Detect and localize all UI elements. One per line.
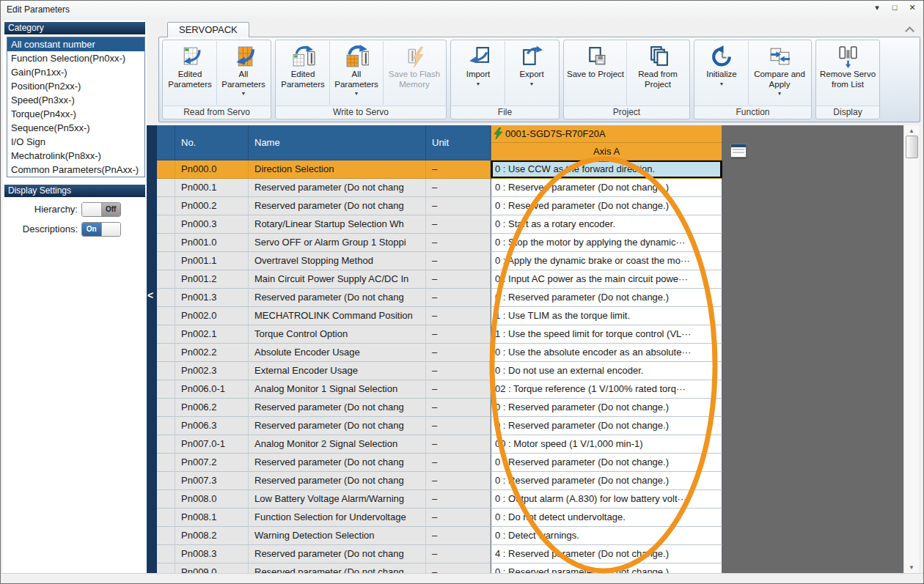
param-value-cell[interactable]: 0 : Reserved parameter (Do not change.)	[491, 179, 722, 197]
tab-servopack[interactable]: SERVOPACK	[167, 22, 249, 37]
param-unit-cell[interactable]: –	[426, 527, 491, 545]
window-menu-icon[interactable]: ▾	[872, 3, 882, 12]
param-name-cell[interactable]: Reserved parameter (Do not chang	[249, 563, 426, 574]
all-parameters-button[interactable]: All Parameters▼	[217, 41, 270, 105]
param-value-cell[interactable]: 0 : Input AC power as the main circuit p…	[491, 270, 722, 289]
row-header-cell[interactable]	[157, 289, 175, 307]
param-value-cell[interactable]: 0 : Use CCW as the forward direction.	[491, 160, 722, 179]
param-value-cell[interactable]: 0 : Detect warnings.	[491, 527, 722, 545]
row-header-cell[interactable]	[157, 527, 175, 545]
row-header-cell[interactable]	[157, 234, 175, 252]
category-item-torque-pn4xx[interactable]: Torque(Pn4xx-)	[7, 107, 144, 121]
param-value-cell[interactable]: 0 : Reserved parameter (Do not change.)	[491, 472, 722, 490]
row-header-cell[interactable]	[157, 197, 175, 215]
category-item-function-selection-pn0xx[interactable]: Function Selection(Pn0xx-)	[7, 51, 144, 65]
param-name-cell[interactable]: Analog Monitor 2 Signal Selection	[249, 435, 426, 454]
param-no-cell[interactable]: Pn009.0	[175, 563, 249, 574]
category-item-sequence-pn5xx[interactable]: Sequence(Pn5xx-)	[7, 121, 144, 135]
param-no-cell[interactable]: Pn001.2	[175, 270, 249, 289]
export-button[interactable]: Export▼	[505, 41, 558, 105]
axis-column-header[interactable]: 0001-SGD7S-R70F20A Axis A	[491, 125, 722, 160]
compare-and-apply-button[interactable]: Compare and Apply▼	[749, 41, 810, 105]
param-no-cell[interactable]: Pn006.0-1	[175, 380, 249, 399]
param-no-cell[interactable]: Pn002.3	[175, 362, 249, 380]
row-header-cell[interactable]	[157, 362, 175, 380]
row-header-cell[interactable]	[157, 270, 175, 289]
param-value-cell[interactable]: 0 : Reserved parameter (Do not change.)	[491, 417, 722, 435]
category-item-gain-pn1xx[interactable]: Gain(Pn1xx-)	[7, 65, 144, 79]
row-header-cell[interactable]	[157, 490, 175, 509]
param-name-cell[interactable]: Reserved parameter (Do not chang	[249, 399, 426, 417]
save-to-project-button[interactable]: Save to Project	[565, 41, 627, 105]
param-unit-cell[interactable]: –	[426, 160, 491, 179]
param-unit-cell[interactable]: –	[426, 490, 491, 509]
dropdown-caret-icon[interactable]: ▼	[241, 91, 246, 96]
descriptions-toggle[interactable]: On	[81, 222, 121, 237]
param-name-cell[interactable]: Direction Selection	[249, 160, 426, 179]
param-unit-cell[interactable]: –	[426, 435, 491, 454]
param-unit-cell[interactable]: –	[426, 325, 491, 344]
param-value-cell[interactable]: 0 : Reserved parameter (Do not change.)	[491, 399, 722, 417]
param-unit-cell[interactable]: –	[426, 197, 491, 215]
param-no-cell[interactable]: Pn001.0	[175, 234, 249, 252]
dropdown-caret-icon[interactable]: ▼	[354, 91, 359, 96]
param-value-cell[interactable]: 0 : Do not use an external encoder.	[491, 362, 722, 380]
row-header-cell[interactable]	[157, 435, 175, 454]
param-unit-cell[interactable]: –	[426, 307, 491, 325]
edited-parameters-button[interactable]: Edited Parameters	[164, 41, 217, 105]
param-unit-cell[interactable]: –	[426, 563, 491, 574]
edited-parameters-button[interactable]: Edited Parameters	[276, 41, 330, 105]
param-value-cell[interactable]: 0 : Reserved parameter (Do not change.)	[491, 454, 722, 472]
param-value-cell[interactable]: 0 : Reserved parameter (Do not change.)	[491, 289, 722, 307]
param-value-cell[interactable]: 0 : Start as a rotary encoder.	[491, 215, 722, 234]
param-name-cell[interactable]: Torque Control Option	[249, 325, 426, 344]
read-from-project-button[interactable]: Read from Project	[627, 41, 689, 105]
param-unit-cell[interactable]: –	[426, 344, 491, 362]
maximize-icon[interactable]: □	[890, 3, 900, 12]
row-header-cell[interactable]	[157, 252, 175, 270]
param-no-cell[interactable]: Pn008.2	[175, 527, 249, 545]
category-item-speed-pn3xx[interactable]: Speed(Pn3xx-)	[7, 93, 144, 107]
param-no-cell[interactable]: Pn002.2	[175, 344, 249, 362]
collapse-ribbon-icon[interactable]	[906, 26, 913, 32]
param-name-cell[interactable]: Reserved parameter (Do not chang	[249, 472, 426, 490]
dropdown-caret-icon[interactable]: ▼	[777, 91, 782, 96]
row-header-cell[interactable]	[157, 563, 175, 574]
param-name-cell[interactable]: Function Selection for Undervoltage	[249, 509, 426, 527]
param-name-cell[interactable]: Reserved parameter (Do not chang	[249, 289, 426, 307]
category-item-mechatrolink-pn8xx[interactable]: Mechatrolink(Pn8xx-)	[7, 149, 144, 163]
dropdown-caret-icon[interactable]: ▼	[719, 81, 725, 86]
param-no-cell[interactable]: Pn008.3	[175, 545, 249, 563]
param-no-cell[interactable]: Pn001.1	[175, 252, 249, 270]
param-value-cell[interactable]: 0 : Reserved parameter (Do not change.)	[491, 197, 722, 215]
param-value-cell[interactable]: 02 : Torque reference (1 V/100% rated to…	[491, 380, 722, 399]
close-icon[interactable]: ✕	[907, 3, 917, 12]
param-unit-cell[interactable]: –	[426, 399, 491, 417]
param-no-cell[interactable]: Pn007.0-1	[175, 435, 249, 454]
param-value-cell[interactable]: 0 : Apply the dynamic brake or coast the…	[491, 252, 722, 270]
param-unit-cell[interactable]: –	[426, 252, 491, 270]
row-header-cell[interactable]	[157, 215, 175, 234]
param-name-cell[interactable]: Reserved parameter (Do not chang	[249, 417, 426, 435]
param-unit-cell[interactable]: –	[426, 509, 491, 527]
param-name-cell[interactable]: Main Circuit Power Supply AC/DC In	[249, 270, 426, 289]
remove-servo-from-list-button[interactable]: Remove Servo from List	[817, 41, 879, 105]
category-item-position-pn2xx[interactable]: Position(Pn2xx-)	[7, 79, 144, 93]
param-no-cell[interactable]: Pn007.3	[175, 472, 249, 490]
param-no-cell[interactable]: Pn001.3	[175, 289, 249, 307]
param-no-cell[interactable]: Pn008.0	[175, 490, 249, 509]
param-unit-cell[interactable]: –	[426, 270, 491, 289]
param-value-cell[interactable]: 0 : Do not detect undervoltage.	[491, 509, 722, 527]
param-name-cell[interactable]: Servo OFF or Alarm Group 1 Stoppi	[249, 234, 426, 252]
param-value-cell[interactable]: 1 : Use TLIM as the torque limit.	[491, 307, 722, 325]
row-header-cell[interactable]	[157, 380, 175, 399]
param-value-cell[interactable]: 00 : Motor speed (1 V/1,000 min-1)	[491, 435, 722, 454]
param-name-cell[interactable]: Overtravel Stopping Method	[249, 252, 426, 270]
row-header-cell[interactable]	[157, 179, 175, 197]
row-header-cell[interactable]	[157, 399, 175, 417]
row-header-cell[interactable]	[157, 472, 175, 490]
dropdown-caret-icon[interactable]: ▼	[529, 81, 535, 86]
param-no-cell[interactable]: Pn002.0	[175, 307, 249, 325]
collapse-left-icon[interactable]: <	[147, 289, 153, 301]
axis-card-icon[interactable]	[730, 144, 747, 158]
